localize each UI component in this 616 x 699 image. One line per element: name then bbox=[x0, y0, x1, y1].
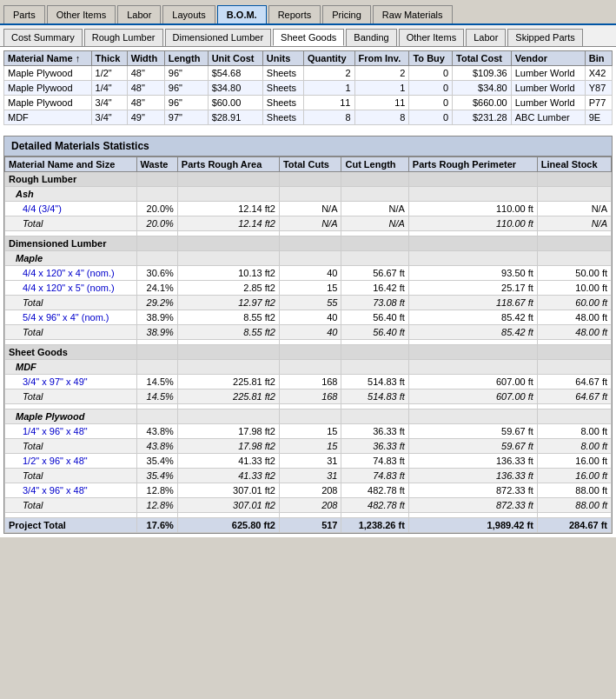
top-tab-raw-materials[interactable]: Raw Materials bbox=[373, 5, 453, 23]
stats-row: Total14.5%225.81 ft2168514.83 ft607.00 f… bbox=[5, 389, 612, 404]
stats-row: Total12.8%307.01 ft2208482.78 ft872.33 f… bbox=[5, 498, 612, 513]
sub-tab-dimensioned-lumber[interactable]: Dimensioned Lumber bbox=[165, 29, 272, 46]
sub-tab-skipped-parts[interactable]: Skipped Parts bbox=[507, 29, 582, 46]
table-cell: 0 bbox=[409, 66, 453, 81]
stats-cell: 12.8% bbox=[136, 483, 177, 498]
stats-cell bbox=[279, 187, 341, 202]
stats-cell: Ash bbox=[5, 187, 137, 202]
stats-cell: 31 bbox=[279, 454, 341, 469]
stats-cell: 872.33 ft bbox=[408, 483, 537, 498]
stats-cell: 14.5% bbox=[136, 389, 177, 404]
stats-cell: N/A bbox=[279, 202, 341, 216]
stats-cell: 1/2" x 96" x 48" bbox=[5, 454, 137, 469]
stats-cell: N/A bbox=[279, 216, 341, 231]
column-header: Units bbox=[262, 51, 303, 66]
stats-cell bbox=[341, 360, 408, 375]
sub-tab-sheet-goods[interactable]: Sheet Goods bbox=[273, 29, 344, 46]
stats-cell: 14.5% bbox=[136, 375, 177, 389]
stats-cell: 168 bbox=[279, 389, 341, 404]
stats-cell: 43.8% bbox=[136, 424, 177, 439]
stats-cell: 35.4% bbox=[136, 469, 177, 483]
table-cell: 49" bbox=[127, 110, 164, 125]
sub-tab-cost-summary[interactable]: Cost Summary bbox=[3, 29, 83, 46]
stats-cell: N/A bbox=[537, 216, 611, 231]
stats-cell: 43.8% bbox=[136, 439, 177, 454]
sub-tab-labor[interactable]: Labor bbox=[466, 29, 506, 46]
table-cell: 1 bbox=[303, 81, 354, 96]
stats-cell: 88.00 ft bbox=[537, 483, 611, 498]
stats-cell: 20.0% bbox=[136, 216, 177, 231]
stats-cell: 8.00 ft bbox=[537, 439, 611, 454]
stats-cell: 17.98 ft2 bbox=[177, 424, 279, 439]
stats-row: 4/4 x 120" x 4" (nom.)30.6%10.13 ft24056… bbox=[5, 266, 612, 281]
stats-row: 3/4" x 96" x 48"12.8%307.01 ft2208482.78… bbox=[5, 483, 612, 498]
stats-cell: 88.00 ft bbox=[537, 498, 611, 513]
stats-cell: 4/4 x 120" x 4" (nom.) bbox=[5, 266, 137, 281]
stats-cell: 110.00 ft bbox=[408, 216, 537, 231]
sub-tabs-bar: Cost SummaryRough LumberDimensioned Lumb… bbox=[0, 25, 616, 47]
stats-cell: 56.40 ft bbox=[341, 310, 408, 325]
stats-row: MDF bbox=[5, 360, 612, 375]
stats-cell bbox=[136, 409, 177, 424]
table-cell: $54.68 bbox=[208, 66, 262, 81]
stats-cell: 16.00 ft bbox=[537, 469, 611, 483]
stats-cell: 36.33 ft bbox=[341, 439, 408, 454]
stats-cell: 482.78 ft bbox=[341, 498, 408, 513]
top-tab-pricing[interactable]: Pricing bbox=[322, 5, 371, 23]
stats-cell: N/A bbox=[341, 202, 408, 216]
stats-column-header: Lineal Stock bbox=[537, 157, 611, 172]
stats-row: 1/2" x 96" x 48"35.4%41.33 ft23174.83 ft… bbox=[5, 454, 612, 469]
stats-cell bbox=[537, 236, 611, 251]
table-cell: Sheets bbox=[262, 66, 303, 81]
stats-cell: 1,238.26 ft bbox=[341, 518, 408, 533]
stats-cell bbox=[279, 360, 341, 375]
stats-cell bbox=[341, 409, 408, 424]
stats-cell bbox=[408, 360, 537, 375]
stats-cell bbox=[537, 172, 611, 187]
stats-row: 3/4" x 97" x 49"14.5%225.81 ft2168514.83… bbox=[5, 375, 612, 389]
stats-cell: 73.08 ft bbox=[341, 296, 408, 310]
stats-cell: 607.00 ft bbox=[408, 375, 537, 389]
stats-cell: 5/4 x 96" x 4" (nom.) bbox=[5, 310, 137, 325]
stats-column-header: Cut Length bbox=[341, 157, 408, 172]
column-header: Thick bbox=[91, 51, 127, 66]
stats-cell bbox=[279, 172, 341, 187]
stats-cell: 208 bbox=[279, 483, 341, 498]
stats-cell bbox=[177, 251, 279, 266]
table-cell: Maple Plywood bbox=[4, 66, 92, 81]
stats-cell: 64.67 ft bbox=[537, 389, 611, 404]
stats-cell bbox=[408, 236, 537, 251]
sub-tab-other-items[interactable]: Other Items bbox=[399, 29, 464, 46]
stats-cell: 40 bbox=[279, 325, 341, 340]
stats-cell bbox=[341, 187, 408, 202]
table-cell: X42 bbox=[585, 66, 612, 81]
stats-cell: Total bbox=[5, 325, 137, 340]
stats-cell: 12.14 ft2 bbox=[177, 202, 279, 216]
top-tab-parts[interactable]: Parts bbox=[3, 5, 45, 23]
top-tab-b.o.m.[interactable]: B.O.M. bbox=[217, 5, 267, 23]
table-cell: Sheets bbox=[262, 96, 303, 110]
stats-cell bbox=[177, 345, 279, 360]
column-header: Unit Cost bbox=[208, 51, 262, 66]
stats-row: 4/4 x 120" x 5" (nom.)24.1%2.85 ft21516.… bbox=[5, 281, 612, 296]
stats-cell bbox=[279, 236, 341, 251]
stats-cell: 85.42 ft bbox=[408, 310, 537, 325]
stats-cell: 60.00 ft bbox=[537, 296, 611, 310]
top-tab-layouts[interactable]: Layouts bbox=[162, 5, 215, 23]
table-row: Maple Plywood3/4"48"96"$60.00Sheets11110… bbox=[4, 96, 613, 110]
stats-row: Maple bbox=[5, 251, 612, 266]
stats-cell: 56.67 ft bbox=[341, 266, 408, 281]
stats-cell: 136.33 ft bbox=[408, 454, 537, 469]
sub-tab-banding[interactable]: Banding bbox=[346, 29, 396, 46]
top-tab-other-items[interactable]: Other Items bbox=[47, 5, 116, 23]
stats-cell: 55 bbox=[279, 296, 341, 310]
stats-cell bbox=[279, 409, 341, 424]
top-tab-reports[interactable]: Reports bbox=[268, 5, 321, 23]
table-cell: 97" bbox=[164, 110, 208, 125]
column-header: Vendor bbox=[511, 51, 585, 66]
table-cell: 9E bbox=[585, 110, 612, 125]
top-tab-labor[interactable]: Labor bbox=[117, 5, 161, 23]
sub-tab-rough-lumber[interactable]: Rough Lumber bbox=[84, 29, 163, 46]
stats-cell: N/A bbox=[537, 202, 611, 216]
stats-cell: 74.83 ft bbox=[341, 454, 408, 469]
